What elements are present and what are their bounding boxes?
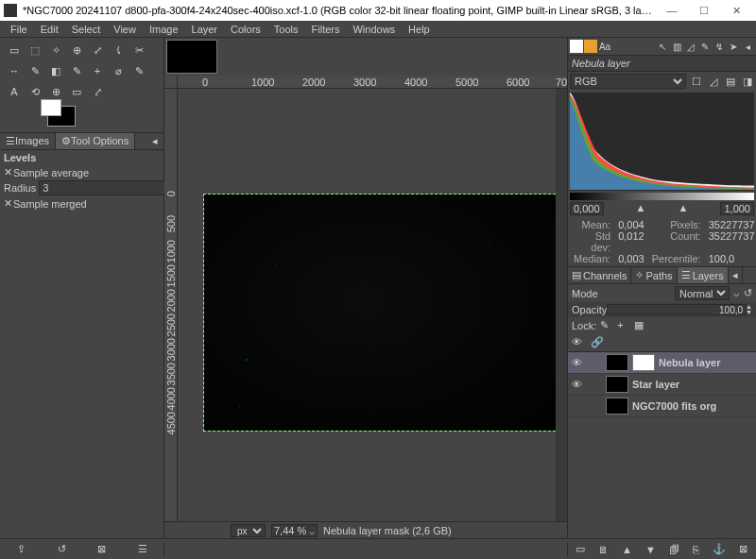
tool-bucket[interactable]: ◧ (47, 62, 64, 79)
layer-name[interactable]: Nebula layer (659, 357, 720, 368)
sample-average-checkbox[interactable]: ✕ (4, 166, 13, 178)
duplicate-layer-icon[interactable]: 🗐 (669, 543, 679, 556)
tool-rotate[interactable]: ⤹ (110, 42, 127, 59)
tool-pencil[interactable]: ✎ (26, 62, 43, 79)
tool-crop[interactable]: ⊕ (68, 42, 85, 59)
close-button[interactable]: ✕ (720, 0, 752, 21)
tool-zoom[interactable]: ⤤ (89, 83, 106, 100)
pointer-icon[interactable]: ↖ (656, 40, 669, 53)
tool-flip[interactable]: ↔ (6, 62, 23, 79)
range-low[interactable]: 0,000 (570, 202, 604, 215)
layer-row[interactable]: 👁 Star layer (568, 374, 756, 396)
tool-measure[interactable]: ▭ (68, 83, 85, 100)
mode-switch-icon[interactable]: ⌵ (733, 287, 740, 299)
tool-colorpicker[interactable]: ⊕ (47, 83, 64, 100)
colors-tab-icon[interactable] (584, 40, 597, 53)
tool-brush[interactable]: ✎ (68, 62, 85, 79)
lock-alpha-icon[interactable]: ▦ (634, 319, 647, 332)
lock-position-icon[interactable]: + (617, 319, 630, 332)
panel-menu-arrow[interactable]: ◂ (741, 40, 754, 53)
layer-name[interactable]: Star layer (632, 379, 679, 390)
tab-channels[interactable]: ▤Channels (568, 267, 631, 283)
minimize-button[interactable]: — (656, 0, 688, 21)
sample-merged-checkbox[interactable]: ✕ (4, 197, 13, 210)
tab-menu-arrow[interactable]: ◂ (146, 133, 163, 149)
tab-paths[interactable]: ✧Paths (631, 267, 677, 283)
histogram-log-icon[interactable]: ◿ (684, 40, 697, 53)
menu-file[interactable]: File (4, 22, 34, 37)
mode-reset-icon[interactable]: ↺ (744, 287, 752, 299)
tool-text[interactable]: A (6, 83, 23, 100)
zoom-combo[interactable]: 7,44 % ⌵ (271, 524, 318, 537)
mode-select[interactable]: Normal (675, 286, 730, 300)
gamma-icon[interactable]: ◨ (741, 75, 754, 88)
raise-layer-icon[interactable]: ▲ (622, 543, 632, 556)
panel-menu-arrow-2[interactable]: ◂ (729, 267, 743, 283)
tool-ink[interactable]: ✎ (130, 62, 147, 79)
cursor-icon[interactable]: ↯ (713, 40, 726, 53)
layer-thumb[interactable] (606, 354, 628, 371)
tool-fuzzy-select[interactable]: ✧ (47, 42, 64, 59)
linear-hist-icon[interactable]: ☐ (690, 75, 703, 88)
canvas[interactable] (178, 89, 556, 521)
channel-select[interactable]: RGB (570, 74, 686, 89)
ruler-corner[interactable] (164, 76, 178, 89)
lock-pixels-icon[interactable]: ✎ (600, 319, 613, 332)
lower-layer-icon[interactable]: ▼ (645, 543, 656, 556)
opacity-slider[interactable]: 100,0 (607, 304, 746, 315)
tool-heal[interactable]: + (89, 62, 106, 79)
refresh-icon[interactable]: ↺ (55, 543, 68, 556)
menu-icon[interactable]: ☰ (136, 543, 149, 556)
color-swatch[interactable] (0, 104, 163, 128)
image-view[interactable] (204, 195, 556, 431)
layer-thumb[interactable] (606, 376, 628, 393)
merge-layer-icon[interactable]: ⎘ (693, 543, 699, 556)
menu-help[interactable]: Help (402, 22, 437, 37)
histogram-tab-icon[interactable] (570, 40, 583, 53)
nav-icon[interactable]: ✎ (698, 40, 712, 53)
histogram[interactable] (570, 93, 754, 191)
tool-shear[interactable]: ✂ (130, 42, 147, 59)
tool-free-select[interactable]: ⬚ (26, 42, 43, 59)
layer-row[interactable]: 👁 Nebula layer (568, 352, 756, 374)
arrow-icon[interactable]: ➤ (727, 40, 740, 53)
ruler-horizontal[interactable]: 01000200030004000500060007000 (178, 76, 567, 89)
layer-name[interactable]: NGC7000 fits org (632, 400, 716, 412)
menu-windows[interactable]: Windows (346, 22, 402, 37)
tool-rect-select[interactable]: ▭ (6, 42, 23, 59)
menu-tools[interactable]: Tools (267, 22, 305, 37)
tool-smudge[interactable]: ⌀ (110, 62, 127, 79)
menu-colors[interactable]: Colors (224, 22, 267, 37)
menu-edit[interactable]: Edit (34, 22, 65, 37)
tab-tool-options[interactable]: ⚙Tool Options (56, 133, 135, 149)
layer-thumb[interactable] (606, 398, 628, 415)
ruler-vertical[interactable]: 050010001500200025003000350040004500 (164, 89, 178, 521)
upload-icon[interactable]: ⇪ (14, 543, 27, 556)
eye-icon[interactable]: 👁 (572, 357, 585, 368)
text-tab-icon[interactable]: Aa (598, 40, 611, 53)
menu-select[interactable]: Select (65, 22, 108, 37)
unit-select[interactable]: px (231, 524, 266, 537)
radius-input[interactable] (39, 180, 177, 195)
opacity-spinner[interactable]: ▲▼ (746, 304, 752, 315)
menu-view[interactable]: View (107, 22, 143, 37)
anchor-layer-icon[interactable]: ⚓ (713, 543, 726, 556)
delete-icon[interactable]: ⊠ (95, 543, 109, 556)
layer-mask-thumb[interactable] (632, 354, 655, 371)
delete-layer-icon[interactable]: ⊠ (739, 543, 747, 556)
menu-layer[interactable]: Layer (185, 22, 225, 37)
log-hist-icon[interactable]: ◿ (707, 75, 720, 88)
tab-images[interactable]: ☰Images (0, 133, 56, 149)
menu-filters[interactable]: Filters (305, 22, 347, 37)
new-layer-icon[interactable]: ▭ (576, 543, 585, 556)
tool-move[interactable]: ⤢ (89, 42, 106, 59)
tool-path[interactable]: ⟲ (26, 83, 43, 100)
menu-image[interactable]: Image (143, 22, 185, 37)
eye-icon[interactable]: 👁 (572, 379, 585, 390)
image-tab-thumb[interactable] (166, 40, 217, 74)
histogram-lin-icon[interactable]: ▥ (670, 40, 683, 53)
scrollbar-vertical[interactable] (556, 89, 567, 521)
range-high[interactable]: 1,000 (720, 202, 754, 215)
new-group-icon[interactable]: 🗎 (598, 543, 609, 556)
tab-layers[interactable]: ☰Layers (678, 267, 729, 283)
